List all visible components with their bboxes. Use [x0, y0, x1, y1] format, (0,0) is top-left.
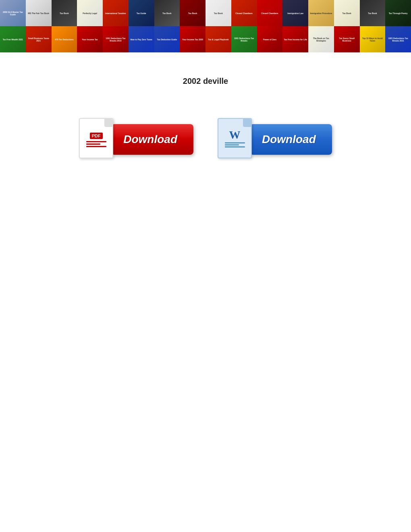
book-item: Tax Through Poetry [385, 0, 411, 26]
pdf-line [86, 143, 100, 145]
book-item: 1001 Deductions Tax Breaks [231, 26, 257, 52]
book-item: Tax Book [334, 0, 360, 26]
book-item: Tax Free Income for Life [282, 26, 308, 52]
word-file-icon: W [218, 118, 252, 158]
book-item: Tax Book [180, 0, 206, 26]
pdf-line [86, 146, 106, 147]
word-line [225, 142, 245, 143]
pdf-icon-container: PDF [79, 118, 115, 160]
book-item: Tax Free Wealth 2021 [0, 26, 26, 52]
book-item: Tax Deduction Guide [154, 26, 180, 52]
book-item: IRS The Fair Tax Book [26, 0, 52, 26]
book-item: Your Income Tax [77, 26, 103, 52]
book-item: 2009 GLS Master Tax Guide [0, 0, 26, 26]
book-item: 475 Tax Deductions [52, 26, 77, 52]
book-item: Immigration Law [282, 0, 308, 26]
word-download-button[interactable]: W Download [218, 118, 332, 160]
book-item: The Book on Tax Strategies [308, 26, 334, 52]
word-icon-letter: W [229, 129, 241, 141]
book-item: Your Income Tax 2020 [180, 26, 206, 52]
book-row-2: Tax Free Wealth 2021 Small Business Taxe… [0, 26, 411, 52]
book-item: 1001 Deductions Tax Breaks 2015 [103, 26, 129, 52]
book-item: How to Pay Zero Taxes [129, 26, 154, 52]
book-item: Top 10 Ways to Avoid Taxes [360, 26, 386, 52]
pdf-line [86, 141, 106, 142]
book-item: Tax Book [206, 0, 231, 26]
book-item: 1001 Deductions Tax Breaks 2021 [385, 26, 411, 52]
book-item: Immigration Procedure [308, 0, 334, 26]
word-line [225, 146, 245, 148]
word-line [225, 144, 239, 145]
main-content: 2002 deville PDF Download W [0, 52, 411, 177]
pdf-file-icon: PDF [79, 118, 113, 158]
book-item: Closed Chambers [231, 0, 257, 26]
book-item: Closed Chambers [257, 0, 283, 26]
page-title: 2002 deville [183, 77, 228, 86]
pdf-download-label[interactable]: Download [111, 124, 193, 155]
pdf-icon-lines [86, 141, 106, 147]
book-item: Tax Book [154, 0, 180, 26]
book-item: Tax Book [52, 0, 77, 26]
book-item: Tax Savvy Small Business [334, 26, 360, 52]
book-item: Tax Guide [129, 0, 154, 26]
book-row-1: 2009 GLS Master Tax Guide IRS The Fair T… [0, 0, 411, 26]
word-icon-lines [225, 142, 245, 148]
pdf-label: PDF [90, 133, 103, 139]
book-item: Tax Book [360, 0, 386, 26]
word-download-label[interactable]: Download [250, 124, 332, 155]
book-item: International Taxation [103, 0, 129, 26]
book-item: Perfectly Legal [77, 0, 103, 26]
download-section: PDF Download W [16, 118, 395, 160]
book-item: Small Business Taxes 2021 [26, 26, 52, 52]
book-item: Tax & Legal Playbook [206, 26, 231, 52]
book-banner: 2009 GLS Master Tax Guide IRS The Fair T… [0, 0, 411, 52]
book-item: Power of Zero [257, 26, 283, 52]
word-icon-container: W [218, 118, 254, 160]
pdf-download-button[interactable]: PDF Download [79, 118, 193, 160]
